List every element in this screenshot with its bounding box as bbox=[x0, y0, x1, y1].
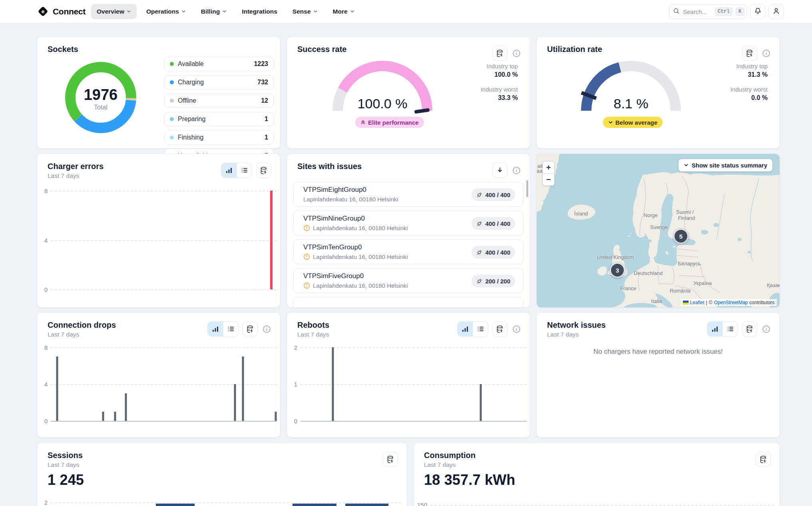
legend-label: Offline bbox=[178, 97, 261, 104]
empty-state-message: No chargers have reported network issues… bbox=[537, 348, 780, 356]
warning-icon bbox=[303, 225, 310, 231]
consumption-card: Consumption Last 7 days 18 357.7 kWh 150 bbox=[413, 442, 780, 506]
data-source-button[interactable] bbox=[243, 321, 258, 337]
info-icon[interactable] bbox=[511, 324, 521, 334]
legend-label: Charging bbox=[178, 79, 257, 86]
data-source-button[interactable] bbox=[383, 452, 398, 467]
legend-row-finishing: Finishing1 bbox=[164, 130, 274, 145]
nav-item-sense[interactable]: Sense bbox=[287, 4, 323, 19]
notifications-button[interactable] bbox=[750, 4, 765, 19]
bar-chart-view-button[interactable] bbox=[458, 322, 473, 336]
cluster-count: 5 bbox=[679, 233, 683, 240]
site-row[interactable]: VTPSimNineGroup0Lapinlahdenkatu 16, 0018… bbox=[293, 211, 523, 235]
plug-icon bbox=[476, 278, 482, 284]
legend-row-charging: Charging732 bbox=[164, 75, 274, 90]
profile-button[interactable] bbox=[768, 4, 784, 19]
map-label: Italia bbox=[651, 298, 662, 304]
legend-label: Available bbox=[178, 60, 254, 68]
bar-chart-view-button[interactable] bbox=[221, 163, 237, 177]
card-subtitle: Last 7 days bbox=[48, 172, 79, 179]
sessions-bar bbox=[345, 504, 388, 506]
zoom-out-button[interactable]: − bbox=[543, 173, 554, 185]
data-source-button[interactable] bbox=[492, 321, 508, 337]
sockets-card: Sockets 1976 Total Available1223Charging… bbox=[37, 36, 281, 149]
connection-drops-card: Connection drops Last 7 days 8 4 0 bbox=[37, 312, 281, 438]
nav-item-overview[interactable]: Overview bbox=[91, 4, 137, 19]
cluster-marker[interactable]: 5 bbox=[673, 229, 689, 244]
site-status-summary-button[interactable]: Show site status summary bbox=[679, 159, 772, 171]
reboots-card: Reboots Last 7 days 2 1 0 bbox=[287, 312, 530, 438]
y-tick: 8 bbox=[37, 344, 48, 351]
data-source-button[interactable] bbox=[742, 321, 757, 337]
bar-chart-view-button[interactable] bbox=[208, 322, 223, 336]
site-address: Lapinlahdenkatu 16, 00180 Helsinki bbox=[303, 282, 408, 289]
chevron-down-icon bbox=[222, 8, 227, 15]
industry-top-value: 31.3 % bbox=[730, 70, 768, 79]
list-view-button[interactable] bbox=[722, 322, 738, 336]
zoom-in-button[interactable]: + bbox=[543, 161, 554, 173]
plug-icon bbox=[476, 221, 482, 227]
nav-item-operations[interactable]: Operations bbox=[141, 4, 191, 19]
legend-dot bbox=[170, 62, 174, 66]
map-label: United Kingdom bbox=[597, 254, 634, 260]
chevron-down-icon bbox=[608, 119, 613, 126]
socket-count-badge: 400 / 400 bbox=[472, 246, 515, 259]
chevron-down-icon bbox=[313, 8, 318, 15]
search-input[interactable] bbox=[683, 8, 712, 15]
warning-icon bbox=[303, 253, 310, 260]
connection_drops-bar bbox=[234, 384, 236, 421]
y-tick: 0 bbox=[37, 286, 48, 293]
nav-item-billing[interactable]: Billing bbox=[195, 4, 232, 19]
list-view-button[interactable] bbox=[237, 163, 252, 177]
chart-view-toggle bbox=[207, 321, 239, 337]
sites-list: VTPSimEightGroup0Lapinlahdenkatu 16, 001… bbox=[293, 154, 523, 307]
scrollbar-thumb[interactable] bbox=[526, 180, 528, 197]
list-view-button[interactable] bbox=[473, 322, 488, 336]
nav-item-label: Sense bbox=[293, 8, 311, 15]
data-source-button[interactable] bbox=[492, 46, 508, 61]
card-title: Sockets bbox=[48, 45, 78, 54]
bar-chart-view-button[interactable] bbox=[707, 322, 722, 336]
nav-item-label: More bbox=[333, 8, 348, 15]
nav-item-more[interactable]: More bbox=[327, 4, 360, 19]
kbd-ctrl: Ctrl bbox=[715, 8, 732, 16]
info-icon[interactable] bbox=[761, 48, 771, 58]
openstreetmap-link[interactable]: OpenStreetMap bbox=[714, 300, 748, 305]
nav-item-label: Operations bbox=[146, 8, 179, 15]
cluster-marker[interactable]: 3 bbox=[610, 263, 625, 278]
site-name: VTPSimNineGroup0 bbox=[303, 215, 365, 223]
leaflet-link[interactable]: Leaflet bbox=[690, 300, 705, 305]
europe-map bbox=[537, 154, 780, 308]
data-source-button[interactable] bbox=[756, 452, 771, 467]
legend-dot bbox=[170, 99, 174, 103]
nav-item-label: Overview bbox=[97, 8, 124, 15]
data-source-button[interactable] bbox=[256, 163, 271, 178]
data-source-button[interactable] bbox=[742, 46, 757, 61]
y-tick: 4 bbox=[37, 237, 48, 244]
search-input-wrap[interactable]: Ctrl K bbox=[669, 4, 747, 19]
info-icon[interactable] bbox=[761, 324, 771, 334]
info-icon[interactable] bbox=[262, 324, 271, 334]
info-icon[interactable] bbox=[511, 48, 521, 58]
site-row[interactable]: VTPSimTenGroup0Lapinlahdenkatu 16, 00180… bbox=[293, 239, 523, 264]
brand-logo[interactable]: e Connect bbox=[37, 5, 86, 18]
search-icon bbox=[673, 8, 680, 16]
card-subtitle: Last 7 days bbox=[424, 461, 456, 468]
industry-benchmarks: Industry top 31.3 % Industry worst 0.0 % bbox=[730, 62, 768, 102]
x-axis bbox=[51, 421, 277, 422]
industry-worst-label: Industry worst bbox=[730, 86, 768, 94]
list-view-button[interactable] bbox=[223, 322, 238, 336]
site-row[interactable]: VTPSimEightGroup0Lapinlahdenkatu 16, 001… bbox=[293, 182, 523, 207]
badge-label: Below average bbox=[615, 119, 657, 126]
nav-item-integrations[interactable]: Integrations bbox=[236, 4, 283, 19]
performance-badge: Elite performance bbox=[355, 117, 424, 128]
utilization-rate-value: 8.1 % bbox=[591, 96, 671, 112]
site-row[interactable]: VTPSimFiveGroup0Lapinlahdenkatu 16, 0018… bbox=[293, 268, 523, 293]
warning-icon bbox=[303, 282, 310, 289]
map-label: Finland bbox=[678, 215, 695, 221]
site-address-text: Lapinlahdenkatu 16, 00180 Helsinki bbox=[313, 282, 408, 289]
industry-top-value: 100.0 % bbox=[481, 70, 518, 79]
legend-label: Finishing bbox=[178, 134, 265, 141]
map-label: Беларусь bbox=[678, 261, 701, 267]
sessions-bar bbox=[293, 504, 336, 506]
